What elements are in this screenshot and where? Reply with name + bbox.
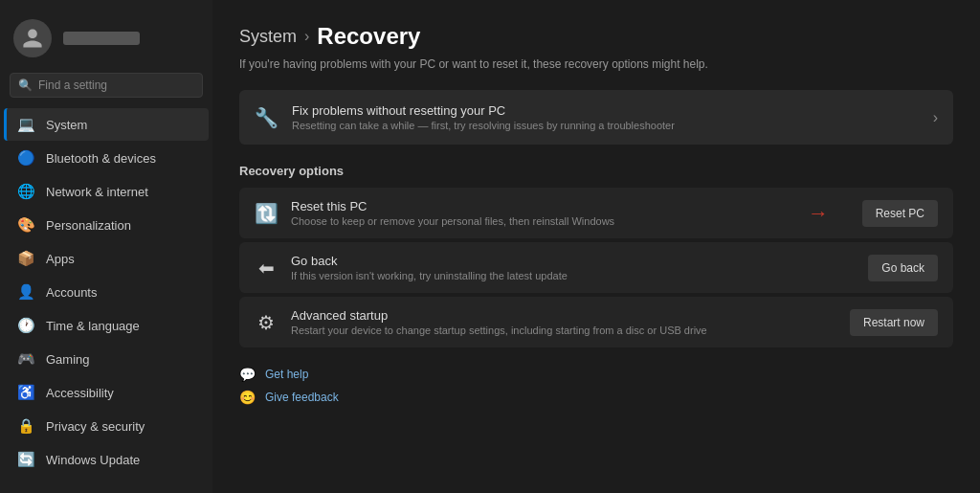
accounts-nav-icon: 👤 bbox=[17, 283, 34, 301]
username-placeholder bbox=[63, 32, 140, 45]
option-desc-1: If this version isn't working, try unins… bbox=[291, 270, 855, 281]
personalization-nav-icon: 🎨 bbox=[17, 216, 34, 234]
privacy-nav-label: Privacy & security bbox=[46, 419, 145, 434]
sidebar-item-time[interactable]: 🕐 Time & language bbox=[4, 309, 209, 342]
recovery-option-0: 🔃 Reset this PC Choose to keep or remove… bbox=[239, 188, 953, 238]
option-title-0: Reset this PC bbox=[291, 199, 849, 213]
avatar[interactable] bbox=[13, 19, 52, 57]
search-box[interactable]: 🔍 bbox=[10, 73, 203, 98]
main-content: System › Recovery If you're having probl… bbox=[212, 0, 980, 493]
option-btn-1[interactable]: Go back bbox=[868, 255, 938, 281]
recovery-options-title: Recovery options bbox=[239, 164, 953, 178]
gaming-nav-label: Gaming bbox=[46, 352, 90, 367]
option-desc-0: Choose to keep or remove your personal f… bbox=[291, 215, 849, 227]
breadcrumb: System › Recovery bbox=[239, 23, 953, 50]
sidebar-item-accessibility[interactable]: ♿ Accessibility bbox=[4, 376, 209, 409]
system-nav-label: System bbox=[46, 118, 87, 132]
recovery-option-1: ⬅ Go back If this version isn't working,… bbox=[239, 242, 953, 293]
option-icon-2: ⚙ bbox=[255, 311, 278, 334]
network-nav-icon: 🌐 bbox=[17, 183, 34, 200]
sidebar-item-accounts[interactable]: 👤 Accounts bbox=[4, 276, 209, 308]
sidebar-item-system[interactable]: 💻 System bbox=[4, 108, 209, 141]
page-subtitle: If you're having problems with your PC o… bbox=[239, 57, 953, 71]
sidebar-item-update[interactable]: 🔄 Windows Update bbox=[4, 443, 209, 476]
fix-problems-desc: Resetting can take a while — first, try … bbox=[292, 120, 920, 131]
option-icon-0: 🔃 bbox=[255, 202, 278, 225]
give-feedback-icon: 😊 bbox=[239, 390, 256, 405]
apps-nav-label: Apps bbox=[46, 252, 75, 266]
network-nav-label: Network & internet bbox=[46, 185, 148, 199]
privacy-nav-icon: 🔒 bbox=[17, 417, 34, 435]
breadcrumb-chevron: › bbox=[304, 28, 309, 45]
update-nav-label: Windows Update bbox=[46, 453, 140, 467]
sidebar-item-network[interactable]: 🌐 Network & internet bbox=[4, 175, 209, 208]
time-nav-label: Time & language bbox=[46, 319, 140, 333]
option-desc-2: Restart your device to change startup se… bbox=[291, 325, 836, 336]
reset-pc-arrow: → bbox=[808, 201, 829, 226]
give-feedback-label: Give feedback bbox=[265, 391, 339, 404]
recovery-option-2: ⚙ Advanced startup Restart your device t… bbox=[239, 297, 953, 347]
option-text-2: Advanced startup Restart your device to … bbox=[291, 308, 836, 336]
sidebar-item-apps[interactable]: 📦 Apps bbox=[4, 242, 209, 275]
option-btn-0[interactable]: Reset PC bbox=[862, 200, 938, 227]
sidebar-item-personalization[interactable]: 🎨 Personalization bbox=[4, 209, 209, 241]
gaming-nav-icon: 🎮 bbox=[17, 350, 34, 368]
get-help-label: Get help bbox=[265, 368, 308, 381]
sidebar: 🔍 💻 System 🔵 Bluetooth & devices 🌐 Netwo… bbox=[0, 0, 212, 493]
breadcrumb-parent[interactable]: System bbox=[239, 27, 297, 47]
fix-problems-chevron: › bbox=[933, 109, 938, 126]
sidebar-item-privacy[interactable]: 🔒 Privacy & security bbox=[4, 410, 209, 442]
accessibility-nav-label: Accessibility bbox=[46, 386, 114, 400]
help-section: 💬 Get help 😊 Give feedback bbox=[239, 367, 953, 405]
bluetooth-nav-icon: 🔵 bbox=[17, 149, 34, 167]
get-help-link[interactable]: 💬 Get help bbox=[239, 367, 953, 382]
apps-nav-icon: 📦 bbox=[17, 250, 34, 267]
accounts-nav-label: Accounts bbox=[46, 285, 97, 300]
sidebar-item-bluetooth[interactable]: 🔵 Bluetooth & devices bbox=[4, 142, 209, 174]
option-title-2: Advanced startup bbox=[291, 308, 836, 323]
accessibility-nav-icon: ♿ bbox=[17, 384, 34, 401]
option-title-1: Go back bbox=[291, 254, 855, 268]
fix-problems-text: Fix problems without resetting your PC R… bbox=[292, 103, 920, 131]
personalization-nav-label: Personalization bbox=[46, 218, 131, 233]
get-help-icon: 💬 bbox=[239, 367, 256, 382]
update-nav-icon: 🔄 bbox=[17, 451, 34, 468]
page-title: Recovery bbox=[317, 23, 420, 50]
system-nav-icon: 💻 bbox=[17, 116, 34, 133]
user-profile-area[interactable] bbox=[0, 10, 212, 73]
option-btn-2[interactable]: Restart now bbox=[850, 309, 938, 336]
sidebar-item-gaming[interactable]: 🎮 Gaming bbox=[4, 343, 209, 375]
fix-problems-title: Fix problems without resetting your PC bbox=[292, 103, 920, 118]
option-text-0: Reset this PC Choose to keep or remove y… bbox=[291, 199, 849, 227]
search-icon: 🔍 bbox=[18, 78, 33, 92]
option-text-1: Go back If this version isn't working, t… bbox=[291, 254, 855, 281]
fix-problems-icon: 🔧 bbox=[255, 106, 278, 129]
bluetooth-nav-label: Bluetooth & devices bbox=[46, 151, 156, 166]
give-feedback-link[interactable]: 😊 Give feedback bbox=[239, 390, 953, 405]
search-input[interactable] bbox=[38, 78, 194, 92]
time-nav-icon: 🕐 bbox=[17, 317, 34, 334]
option-icon-1: ⬅ bbox=[255, 257, 278, 280]
fix-problems-row[interactable]: 🔧 Fix problems without resetting your PC… bbox=[239, 90, 953, 145]
